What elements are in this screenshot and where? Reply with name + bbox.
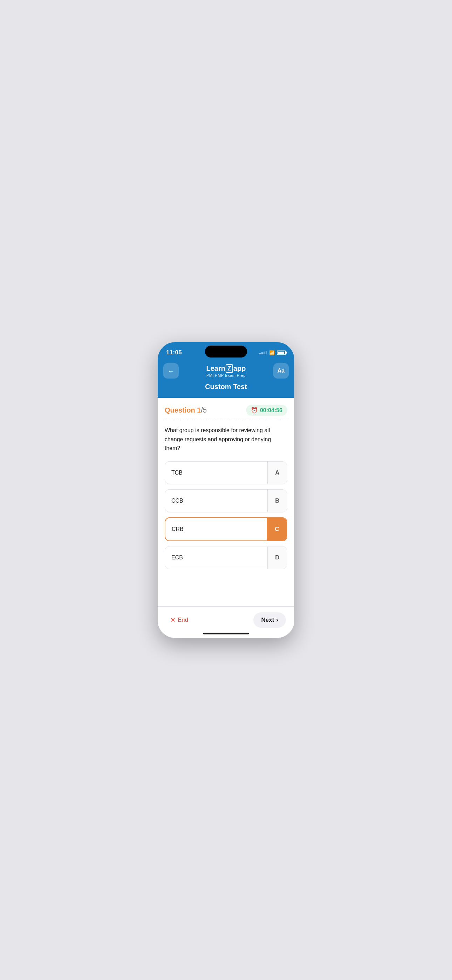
next-chevron-icon: › [276, 617, 278, 624]
home-indicator [158, 630, 294, 638]
font-button-label: Aa [277, 368, 285, 374]
end-button[interactable]: ✕ End [166, 613, 193, 627]
option-c[interactable]: CRB C [165, 517, 287, 541]
logo-part2: app [233, 364, 246, 372]
option-a-text: TCB [165, 463, 267, 483]
page-title: Custom Test [205, 383, 247, 391]
back-button[interactable]: ← [163, 363, 179, 379]
font-size-button[interactable]: Aa [273, 363, 289, 379]
end-label: End [178, 617, 188, 624]
phone-frame: 11:05 📶 ← LearnZapp PMI P [158, 342, 294, 638]
logo-text: LearnZapp [206, 364, 246, 373]
bottom-bar: ✕ End Next › [158, 606, 294, 630]
status-icons: 📶 [259, 350, 286, 355]
end-x-icon: ✕ [170, 616, 175, 624]
question-total: /5 [201, 406, 207, 414]
option-d-label: D [267, 546, 287, 569]
header-nav: ← LearnZapp PMI PMP Exam Prep Aa [163, 363, 289, 379]
option-a-label: A [267, 461, 287, 484]
dynamic-island [205, 345, 247, 358]
home-bar [203, 633, 249, 635]
option-c-label: C [267, 518, 286, 541]
question-current: Question 1 [165, 406, 201, 414]
option-d[interactable]: ECB D [165, 546, 287, 569]
next-button[interactable]: Next › [253, 612, 286, 628]
header: ← LearnZapp PMI PMP Exam Prep Aa Custom … [158, 360, 294, 398]
question-number: Question 1/5 [165, 406, 207, 414]
timer-icon: ⏰ [251, 407, 258, 414]
option-b-text: CCB [165, 491, 267, 511]
option-c-text: CRB [166, 519, 267, 539]
next-label: Next [261, 617, 274, 624]
signal-icon [259, 351, 267, 354]
status-time: 11:05 [166, 349, 182, 356]
logo-z-icon: Z [226, 364, 233, 373]
logo-part1: Learn [206, 364, 225, 372]
option-d-text: ECB [165, 547, 267, 568]
options-list: TCB A CCB B CRB C ECB D [165, 461, 287, 569]
battery-icon [277, 350, 286, 355]
option-b[interactable]: CCB B [165, 489, 287, 512]
timer-text: 00:04:56 [260, 407, 282, 414]
wifi-icon: 📶 [269, 350, 275, 355]
main-content: Question 1/5 ⏰ 00:04:56 What group is re… [158, 398, 294, 606]
logo-area: LearnZapp PMI PMP Exam Prep [206, 364, 246, 377]
timer-badge: ⏰ 00:04:56 [246, 405, 287, 416]
option-b-label: B [267, 490, 287, 512]
question-body: What group is responsible for reviewing … [165, 426, 287, 453]
status-bar: 11:05 📶 [158, 342, 294, 360]
logo-subtitle: PMI PMP Exam Prep [206, 373, 246, 377]
divider [165, 420, 287, 420]
question-header: Question 1/5 ⏰ 00:04:56 [165, 405, 287, 416]
option-a[interactable]: TCB A [165, 461, 287, 484]
back-arrow-icon: ← [167, 367, 175, 375]
